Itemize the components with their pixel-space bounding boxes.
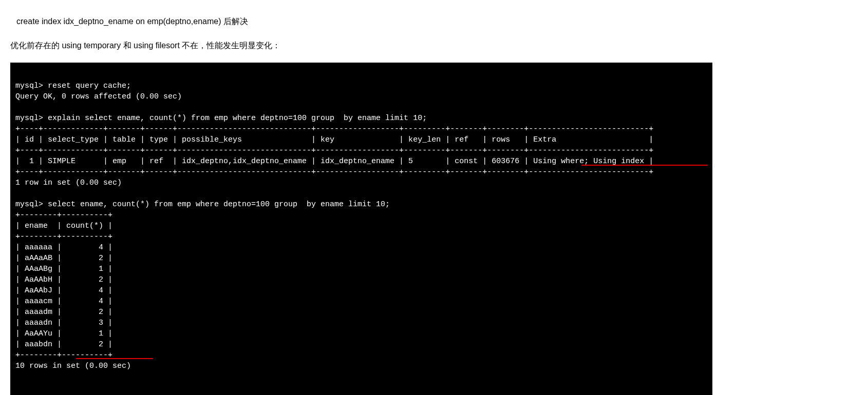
term-line: 10 rows in set (0.00 sec) <box>15 362 131 370</box>
underline-extra-column <box>581 165 707 166</box>
term-line: mysql> reset query cache; <box>15 82 131 90</box>
term-line: +----+-------------+-------+------+-----… <box>15 146 653 155</box>
terminal-output: mysql> reset query cache; Query OK, 0 ro… <box>10 63 712 395</box>
term-line: | AaAAbH | 2 | <box>15 275 112 284</box>
term-line: +----+-------------+-------+------+-----… <box>15 125 653 133</box>
intro-line-1: create index idx_deptno_ename on emp(dep… <box>16 14 858 29</box>
term-line: | 1 | SIMPLE | emp | ref | idx_deptno,id… <box>15 157 653 166</box>
underline-timing <box>76 358 153 359</box>
term-line: | AaAAYu | 1 | <box>15 329 112 338</box>
page: create index idx_deptno_ename on emp(dep… <box>0 0 868 395</box>
term-line: | aaaadn | 3 | <box>15 319 112 327</box>
term-line: | id | select_type | table | type | poss… <box>15 135 653 144</box>
term-line: Query OK, 0 rows affected (0.00 sec) <box>15 92 182 101</box>
term-line: +--------+----------+ <box>15 211 112 220</box>
term-line: | aaabdn | 2 | <box>15 340 112 349</box>
term-line: | AaAAbJ | 4 | <box>15 286 112 295</box>
term-line: +----+-------------+-------+------+-----… <box>15 168 653 176</box>
term-line: | aAAaAB | 2 | <box>15 254 112 263</box>
intro-line-2: 优化前存在的 using temporary 和 using filesort … <box>10 38 858 53</box>
term-line: | aaaacm | 4 | <box>15 297 112 306</box>
term-line: | ename | count(*) | <box>15 222 112 230</box>
term-line: 1 row in set (0.00 sec) <box>15 179 122 187</box>
term-line: | AAaABg | 1 | <box>15 265 112 273</box>
term-line: | aaaadm | 2 | <box>15 308 112 317</box>
term-line: | aaaaaa | 4 | <box>15 243 112 252</box>
term-line: +--------+----------+ <box>15 232 112 241</box>
term-line: mysql> select ename, count(*) from emp w… <box>15 200 390 209</box>
term-line: mysql> explain select ename, count(*) fr… <box>15 114 427 123</box>
